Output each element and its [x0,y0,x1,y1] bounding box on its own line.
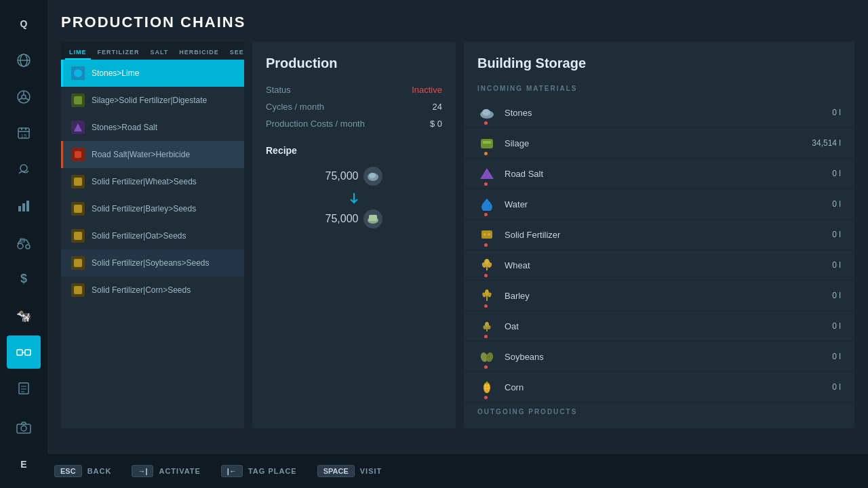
chain-label-fertilizer-oat: Solid Fertilizer|Oat>Seeds [92,231,186,241]
corn-amount: 0 l [832,382,841,392]
svg-point-64 [484,382,490,393]
storage-item-solid-fertilizer[interactable]: Solid Fertilizer 0 l [464,220,854,250]
svg-point-18 [26,245,30,249]
storage-item-water[interactable]: Water 0 l [464,189,854,220]
lime-icon [477,426,496,428]
sidebar-item-tractor[interactable] [7,226,41,260]
chain-item-stones-roadsalt[interactable]: Stones>Road Salt [61,114,244,141]
sidebar-item-stats[interactable] [7,189,41,223]
chain-label-fertilizer-soybeans: Solid Fertilizer|Soybeans>Seeds [92,258,210,268]
storage-title: Building Storage [464,42,854,79]
chain-icon-silage [71,94,85,107]
storage-item-oat[interactable]: Oat 0 l [464,311,854,342]
sidebar-item-calendar[interactable]: 15 [7,117,41,150]
tab-salt[interactable]: SALT [146,46,173,60]
sidebar-item-weather[interactable] [7,152,41,186]
sidebar-item-production-chains[interactable] [7,336,41,369]
wheat-icon [477,256,496,274]
chain-icon-fertilizer-barley [71,202,85,216]
key-binding-activate: →| ACTIVATE [132,465,200,477]
key-visit[interactable]: SPACE [317,465,355,477]
barley-icon [477,286,496,305]
silage-icon [477,134,496,152]
svg-point-29 [74,69,82,77]
storage-item-corn[interactable]: Corn 0 l [464,372,854,403]
outgoing-products-label: OUTGOING PRODUCTS [464,403,854,421]
sidebar-item-log[interactable] [7,371,41,405]
water-amount: 0 l [832,199,841,209]
svg-point-28 [21,426,26,431]
key-visit-label: VISIT [360,467,382,475]
solid-fertilizer-icon [477,225,496,244]
storage-item-barley[interactable]: Barley 0 l [464,281,854,311]
tab-lime[interactable]: LIME [65,46,91,60]
stat-status-label: Status [266,85,291,95]
chain-label-stones-lime: Stones>Lime [92,68,139,78]
water-name: Water [505,199,824,209]
key-esc[interactable]: ESC [54,465,82,477]
key-activate[interactable]: →| [132,465,153,477]
chain-label-stones-roadsalt: Stones>Road Salt [92,123,157,132]
svg-rect-36 [74,259,82,267]
chain-icon-herbicide [71,148,85,161]
barley-name: Barley [505,291,824,301]
chain-item-fertilizer-oat[interactable]: Solid Fertilizer|Oat>Seeds [61,222,244,249]
sidebar-item-steering[interactable] [7,80,41,114]
storage-list: Stones 0 l Silage 34,514 l [464,98,854,428]
svg-point-66 [488,385,490,387]
chain-icon-fertilizer-oat [71,229,85,243]
stones-icon [477,103,496,122]
recipe-title: Recipe [266,145,442,156]
chain-item-fertilizer-wheat[interactable]: Solid Fertilizer|Wheat>Seeds [61,168,244,195]
storage-panel: Building Storage INCOMING MATERIALS Ston… [464,42,854,428]
chain-item-silage-fertilizer[interactable]: Silage>Solid Fertilizer|Digestate [61,87,244,114]
stat-costs: Production Costs / month $ 0 [266,119,442,129]
svg-text:15: 15 [21,133,27,139]
sidebar-item-money[interactable]: $ [7,262,41,296]
chain-item-road-herbicide[interactable]: Road Salt|Water>Herbicide [61,141,244,168]
svg-point-49 [488,233,490,236]
storage-item-soybeans[interactable]: Soybeans 0 l [464,342,854,372]
main-content: PRODUCTION CHAINS LIME FERTILIZER SALT H… [47,0,868,488]
bottom-bar: ESC BACK →| ACTIVATE |← TAG PLACE SPACE … [0,454,868,488]
recipe-amount-1: 75,000 [326,170,359,182]
key-tag[interactable]: |← [221,465,243,477]
sidebar-item-globe[interactable] [7,43,41,77]
solid-fertilizer-name: Solid Fertilizer [505,230,824,240]
chain-item-stones-lime[interactable]: Stones>Lime [61,60,244,87]
storage-item-stones[interactable]: Stones 0 l [464,98,854,128]
roadsalt-amount: 0 l [832,169,841,178]
recipe-icon-lime [363,209,382,228]
oat-amount: 0 l [832,321,841,331]
roadsalt-name: Road Salt [505,169,824,179]
corn-status-dot [484,396,488,399]
barley-status-dot [484,304,488,308]
chain-item-fertilizer-corn[interactable]: Solid Fertilizer|Corn>Seeds [61,277,244,304]
soybeans-icon [477,347,496,366]
solid-fertilizer-amount: 0 l [832,230,841,239]
chain-item-fertilizer-soybeans[interactable]: Solid Fertilizer|Soybeans>Seeds [61,249,244,277]
tab-fertilizer[interactable]: FERTILIZER [94,46,144,60]
tab-herbicide[interactable]: HERBICIDE [175,46,223,60]
sidebar-item-camera[interactable] [7,411,41,445]
svg-rect-21 [25,350,31,355]
svg-point-17 [18,243,23,249]
storage-item-wheat[interactable]: Wheat 0 l [464,250,854,281]
recipe-icon-stone [363,167,382,186]
stones-name: Stones [505,108,824,118]
svg-rect-32 [75,151,81,158]
svg-rect-14 [18,206,21,211]
svg-marker-46 [480,168,494,179]
sidebar-item-q[interactable]: Q [7,7,41,41]
storage-item-roadsalt[interactable]: Road Salt 0 l [464,159,854,189]
sidebar-item-animal[interactable]: 🐄 [7,299,41,333]
chain-icon-fertilizer-corn [71,283,85,297]
tab-seed[interactable]: SEED. [226,46,244,60]
storage-item-silage[interactable]: Silage 34,514 l [464,128,854,159]
sidebar-item-e[interactable]: E [7,447,41,481]
chain-item-fertilizer-barley[interactable]: Solid Fertilizer|Barley>Seeds [61,195,244,222]
svg-point-65 [485,385,487,387]
soybeans-name: Soybeans [505,352,824,362]
chain-label-fertilizer-wheat: Solid Fertilizer|Wheat>Seeds [92,177,197,186]
storage-item-lime[interactable]: Lime 0 l [464,421,854,428]
